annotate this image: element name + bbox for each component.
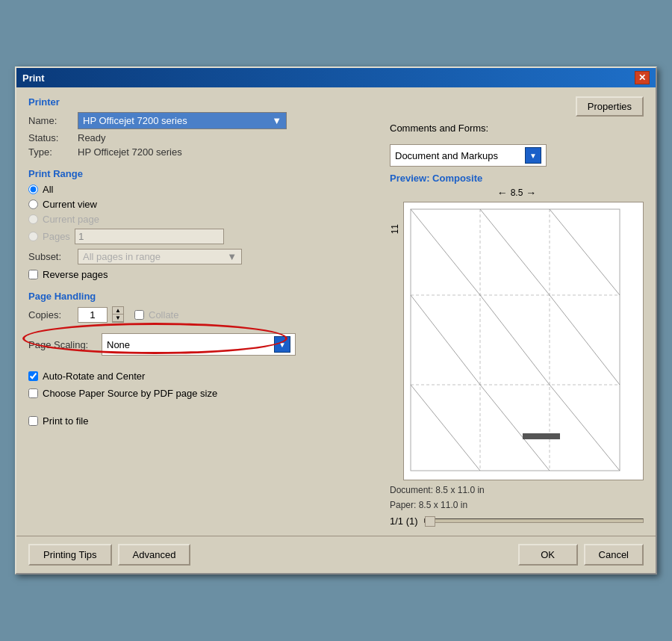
- choose-paper-label: Choose Paper Source by PDF page size: [43, 388, 217, 399]
- page-nav-text: 1/1 (1): [390, 515, 418, 527]
- page-scaling-arrow[interactable]: ▼: [274, 336, 290, 353]
- copies-up[interactable]: ▲: [113, 307, 123, 315]
- page-handling-section: Page Handling Copies: ▲ ▼ Collate Page S…: [28, 291, 378, 402]
- printer-name-value: HP Officejet 7200 series: [83, 115, 187, 126]
- page-scaling-label: Page Scaling:: [28, 339, 96, 350]
- printer-dropdown-arrow: ▼: [272, 115, 281, 126]
- choose-paper-checkbox[interactable]: [28, 388, 38, 398]
- preview-info: Document: 8.5 x 11.0 in Paper: 8.5 x 11.…: [390, 483, 644, 512]
- auto-rotate-checkbox[interactable]: [28, 371, 38, 381]
- page-scaling-arrow-icon: ▼: [279, 341, 286, 349]
- copies-down[interactable]: ▼: [113, 315, 123, 322]
- title-bar: Print ✕: [16, 68, 656, 87]
- subset-arrow: ▼: [227, 251, 237, 262]
- close-icon: ✕: [638, 72, 646, 83]
- bottom-left-buttons: Printing Tips Advanced: [28, 544, 190, 566]
- current-view-radio[interactable]: [28, 199, 38, 209]
- page-handling-title: Page Handling: [28, 291, 378, 302]
- right-panel: Properties Comments and Forms: Document …: [390, 96, 644, 526]
- svg-rect-14: [523, 433, 560, 439]
- comments-forms-arrow[interactable]: ▼: [525, 147, 541, 164]
- ok-button[interactable]: OK: [518, 544, 578, 566]
- pages-radio[interactable]: [28, 232, 38, 241]
- all-label: All: [43, 184, 53, 195]
- right-top: Properties Comments and Forms: Document …: [390, 96, 644, 167]
- preview-canvas: [403, 202, 644, 480]
- dialog-title: Print: [22, 72, 45, 84]
- pages-label: Pages: [43, 231, 70, 242]
- comments-forms-label: Comments and Forms:: [390, 123, 488, 134]
- bottom-bar: Printing Tips Advanced OK Cancel: [16, 536, 656, 573]
- width-dimension: ← 8.5 →: [408, 187, 625, 199]
- document-info: Document: 8.5 x 11.0 in: [390, 483, 644, 498]
- current-page-radio[interactable]: [28, 214, 38, 224]
- subset-value: All pages in range: [83, 251, 161, 262]
- type-value: HP Officejet 7200 series: [78, 146, 182, 158]
- printer-name-select[interactable]: HP Officejet 7200 series ▼: [78, 112, 287, 129]
- printer-section-title: Printer: [28, 96, 378, 108]
- print-dialog: Print ✕ Printer Name: HP Officejet 7200 …: [15, 66, 657, 574]
- printing-tips-button[interactable]: Printing Tips: [28, 544, 112, 566]
- page-nav: 1/1 (1): [390, 515, 644, 527]
- all-radio[interactable]: [28, 185, 38, 194]
- properties-btn-row: Properties: [390, 96, 644, 117]
- reverse-pages-checkbox[interactable]: [28, 270, 38, 279]
- bottom-right-buttons: OK Cancel: [518, 544, 644, 566]
- cancel-button[interactable]: Cancel: [584, 544, 644, 566]
- page-scaling-value: None: [107, 339, 130, 350]
- comments-forms-select[interactable]: Document and Markups ▼: [390, 144, 547, 167]
- subset-label: Subset:: [28, 251, 73, 262]
- advanced-button[interactable]: Advanced: [118, 544, 191, 566]
- print-to-file-row: Print to file: [28, 415, 378, 427]
- preview-dim-top: ← 8.5 →: [390, 187, 644, 200]
- page-scaling-select[interactable]: None ▼: [102, 333, 296, 356]
- reverse-pages-label: Reverse pages: [43, 269, 108, 280]
- preview-svg: [407, 205, 623, 474]
- page-slider-track[interactable]: [424, 518, 644, 523]
- preview-with-height: 11: [390, 202, 644, 480]
- properties-button[interactable]: Properties: [576, 96, 644, 117]
- print-range-title: Print Range: [28, 168, 378, 179]
- subset-select[interactable]: All pages in range ▼: [78, 249, 242, 264]
- type-label: Type:: [28, 146, 73, 158]
- left-panel: Printer Name: HP Officejet 7200 series ▼…: [28, 96, 378, 526]
- current-page-label: Current page: [43, 214, 99, 225]
- copies-input[interactable]: [78, 307, 108, 323]
- print-to-file-checkbox[interactable]: [28, 416, 38, 426]
- preview-label: Preview: Composite: [390, 173, 644, 184]
- status-value: Ready: [78, 132, 106, 143]
- status-label: Status:: [28, 132, 73, 143]
- pages-input[interactable]: [75, 229, 224, 244]
- close-button[interactable]: ✕: [635, 71, 650, 84]
- copies-label: Copies:: [28, 309, 73, 320]
- collate-label: Collate: [149, 309, 178, 320]
- print-to-file-label: Print to file: [43, 415, 88, 427]
- comments-forms-value: Document and Markups: [395, 150, 498, 161]
- width-dim-value: 8.5: [511, 188, 523, 198]
- page-scaling-container: Page Scaling: None ▼: [28, 327, 378, 365]
- comments-forms-arrow-icon: ▼: [529, 152, 537, 160]
- copies-spinner: ▲ ▼: [112, 306, 124, 323]
- print-range-section: Print Range All Current view Current pag…: [28, 168, 378, 283]
- current-view-label: Current view: [43, 199, 97, 210]
- height-dimension: 11: [390, 224, 400, 234]
- paper-info: Paper: 8.5 x 11.0 in: [390, 498, 644, 513]
- printer-section: Printer Name: HP Officejet 7200 series ▼…: [28, 96, 378, 161]
- auto-rotate-label: Auto-Rotate and Center: [43, 371, 145, 382]
- print-range-radios: All Current view Current page Pages: [28, 184, 378, 244]
- comments-forms-row: Comments and Forms:: [390, 123, 644, 134]
- name-label: Name:: [28, 115, 73, 126]
- page-slider-thumb[interactable]: [425, 516, 435, 527]
- collate-checkbox[interactable]: [134, 310, 144, 320]
- page-scaling-row: Page Scaling: None ▼: [28, 333, 378, 356]
- height-dim-value: 11: [390, 224, 400, 234]
- preview-section: Preview: Composite ← 8.5 → 11: [390, 173, 644, 526]
